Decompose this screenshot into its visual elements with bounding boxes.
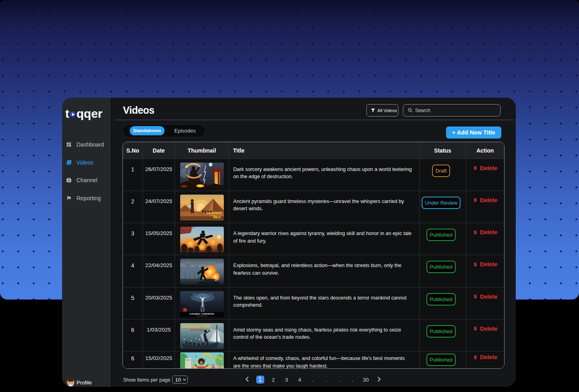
svg-text:OCEAN'S FURY: OCEAN'S FURY (181, 324, 211, 328)
svg-text:COSMIC HORROR: COSMIC HORROR (189, 312, 214, 315)
svg-text:NILE: NILE (213, 215, 221, 219)
svg-text:THEY ARE HERE: THEY ARE HERE (196, 315, 207, 317)
svg-text:RISE OF TIDES: RISE OF TIDES (191, 329, 204, 331)
svg-text:URBAN FURY: URBAN FURY (183, 260, 217, 266)
